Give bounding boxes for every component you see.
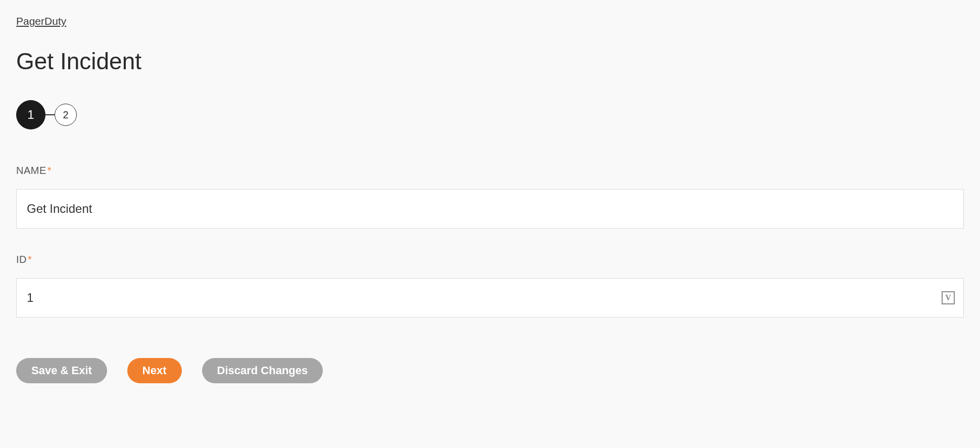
- required-marker: *: [28, 254, 32, 265]
- button-row: Save & Exit Next Discard Changes: [16, 358, 964, 383]
- variable-picker-icon[interactable]: V: [942, 291, 955, 304]
- step-1[interactable]: 1: [16, 100, 45, 129]
- required-marker: *: [47, 165, 52, 176]
- step-2[interactable]: 2: [55, 104, 77, 126]
- id-field-group: ID* V: [16, 254, 964, 318]
- name-input[interactable]: [16, 189, 964, 229]
- name-label-text: NAME: [16, 165, 46, 176]
- breadcrumb-link[interactable]: PagerDuty: [16, 15, 66, 27]
- id-label: ID*: [16, 254, 964, 265]
- save-exit-button[interactable]: Save & Exit: [16, 358, 107, 383]
- name-field-group: NAME*: [16, 165, 964, 229]
- next-button[interactable]: Next: [127, 358, 182, 383]
- discard-changes-button[interactable]: Discard Changes: [202, 358, 323, 383]
- step-connector: [45, 114, 55, 115]
- name-label: NAME*: [16, 165, 964, 176]
- stepper: 1 2: [16, 100, 964, 129]
- page-title: Get Incident: [16, 48, 964, 75]
- id-input[interactable]: [16, 278, 964, 318]
- id-label-text: ID: [16, 254, 27, 265]
